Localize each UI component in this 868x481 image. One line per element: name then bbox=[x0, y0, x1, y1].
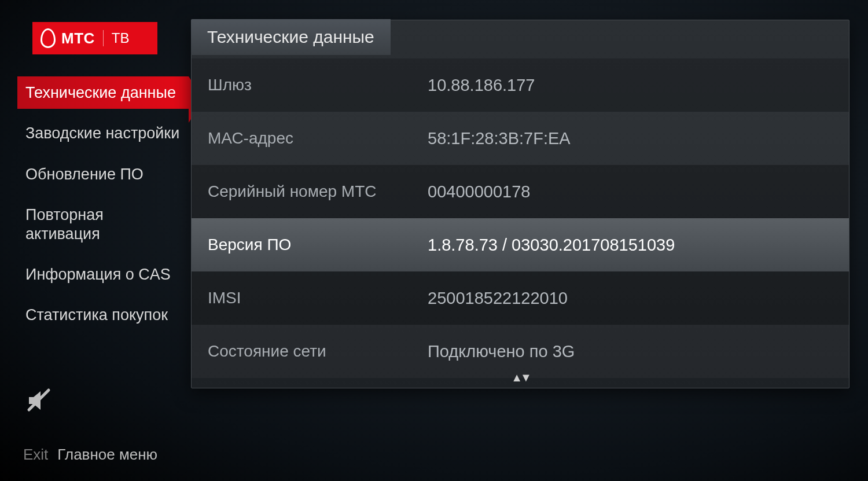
row-key: Состояние сети bbox=[208, 342, 428, 361]
row-value: 10.88.186.177 bbox=[428, 76, 833, 95]
sidebar-item-label: Статистика покупок bbox=[25, 306, 168, 324]
brand-divider bbox=[103, 30, 104, 46]
row-key: Шлюз bbox=[208, 76, 428, 94]
table-row[interactable]: IMSI250018522122010 bbox=[192, 271, 849, 325]
row-value: 1.8.78.73 / 03030.201708151039 bbox=[428, 236, 833, 255]
sidebar-item-5[interactable]: Статистика покупок bbox=[17, 299, 189, 331]
sidebar-item-1[interactable]: Заводские настройки bbox=[17, 117, 189, 149]
footer-hint: Exit Главное меню bbox=[23, 446, 157, 464]
brand-sub: ТВ bbox=[112, 30, 130, 46]
sidebar-item-0[interactable]: Технические данные bbox=[17, 76, 189, 109]
brand-logo: МТС ТВ bbox=[32, 22, 157, 54]
brand-name: МТС bbox=[61, 30, 95, 47]
table-row[interactable]: Серийный номер МТС00400000178 bbox=[192, 165, 849, 218]
sidebar: Технические данныеЗаводские настройкиОбн… bbox=[17, 76, 189, 340]
panel-body[interactable]: Шлюз10.88.186.177МАС-адрес58:1F:28:3B:7F… bbox=[192, 58, 849, 388]
table-row[interactable]: Версия ПО1.8.78.73 / 03030.201708151039 bbox=[192, 218, 849, 271]
row-key: IMSI bbox=[208, 289, 428, 307]
row-value: 58:1F:28:3B:7F:EA bbox=[428, 129, 833, 148]
table-row[interactable]: Шлюз10.88.186.177 bbox=[192, 58, 849, 112]
sidebar-item-label: Повторная активация bbox=[25, 206, 104, 242]
panel-title: Технические данные bbox=[191, 19, 391, 55]
mute-icon bbox=[25, 387, 53, 414]
sidebar-item-label: Заводские настройки bbox=[25, 124, 179, 142]
row-value: 250018522122010 bbox=[428, 289, 833, 308]
row-key: Серийный номер МТС bbox=[208, 182, 428, 201]
sidebar-item-label: Технические данные bbox=[25, 84, 176, 101]
row-key: МАС-адрес bbox=[208, 129, 428, 148]
scroll-indicator-icon: ▲▼ bbox=[511, 371, 529, 384]
row-key: Версия ПО bbox=[208, 236, 428, 254]
tech-data-panel: Технические данные Шлюз10.88.186.177МАС-… bbox=[191, 20, 849, 388]
exit-key-label: Exit bbox=[23, 446, 48, 464]
exit-action-label: Главное меню bbox=[57, 446, 157, 464]
sidebar-item-label: Информация о CAS bbox=[25, 266, 171, 283]
sidebar-item-label: Обновление ПО bbox=[25, 166, 144, 183]
table-row[interactable]: Состояние сетиПодключено по 3G bbox=[192, 325, 849, 378]
sidebar-item-3[interactable]: Повторная активация bbox=[17, 199, 189, 250]
sidebar-item-2[interactable]: Обновление ПО bbox=[17, 158, 189, 190]
table-row[interactable]: МАС-адрес58:1F:28:3B:7F:EA bbox=[192, 112, 849, 165]
sidebar-item-4[interactable]: Информация о CAS bbox=[17, 258, 189, 291]
row-value: 00400000178 bbox=[428, 182, 833, 201]
row-value: Подключено по 3G bbox=[428, 342, 833, 361]
egg-icon bbox=[41, 28, 56, 48]
